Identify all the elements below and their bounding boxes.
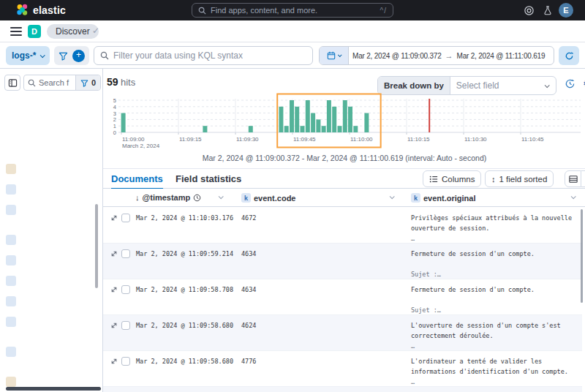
kql-search-input[interactable]: Filter your data using KQL syntax xyxy=(94,46,313,65)
histogram-bar[interactable] xyxy=(301,126,305,132)
chevron-down-icon[interactable] xyxy=(390,194,395,199)
histogram-bar[interactable] xyxy=(353,126,358,132)
breadcrumb[interactable]: Discover xyxy=(47,24,99,39)
collapse-sidebar-button[interactable] xyxy=(4,75,20,91)
x-axis-date-label: March 2, 2024 xyxy=(122,143,160,149)
histogram-bar[interactable] xyxy=(322,126,326,132)
histogram-bar[interactable] xyxy=(121,113,126,132)
field-list-item[interactable] xyxy=(6,347,20,357)
histogram-bar[interactable] xyxy=(311,113,315,132)
table-row[interactable]: Mar 2, 2024 @ 11:10:03.1764672Privilèges… xyxy=(103,208,582,244)
timestamp-column-header[interactable]: ↓ @timestamp xyxy=(135,193,201,202)
global-search-input[interactable]: Find apps, content, and more. ^/ xyxy=(192,3,393,18)
event-code-column-label: event.code xyxy=(254,194,295,203)
histogram-bar[interactable] xyxy=(290,100,294,132)
refresh-button[interactable] xyxy=(559,46,579,65)
histogram-bar[interactable] xyxy=(316,119,320,132)
row-checkbox[interactable] xyxy=(121,214,130,222)
expand-document-button[interactable] xyxy=(110,285,118,297)
histogram-bar[interactable] xyxy=(203,126,207,132)
event-code-column-header[interactable]: k event.code xyxy=(241,193,295,203)
elastic-logo[interactable]: elastic xyxy=(16,4,66,16)
elastic-logo-icon xyxy=(16,4,29,16)
field-list-item[interactable] xyxy=(6,276,20,286)
table-scrollbar[interactable] xyxy=(581,209,583,303)
user-avatar[interactable]: E xyxy=(559,3,573,18)
chevron-down-icon[interactable] xyxy=(219,194,224,199)
expand-document-button[interactable] xyxy=(110,249,118,261)
tab-field-statistics[interactable]: Field statistics xyxy=(176,173,241,184)
discover-page: elastic Find apps, content, and more. ^/… xyxy=(0,0,585,392)
table-row[interactable]: Mar 2, 2024 @ 11:09:58.7084634Fermeture … xyxy=(103,279,582,315)
add-filter-button[interactable]: + xyxy=(72,50,85,62)
field-search-input[interactable]: Search f 0 xyxy=(23,75,101,91)
event-original-column-header[interactable]: k event.original xyxy=(411,193,476,203)
histogram-bar[interactable] xyxy=(348,107,352,132)
y-axis-tick-label: 5 xyxy=(113,97,116,104)
row-checkbox[interactable] xyxy=(121,285,130,294)
flask-icon[interactable] xyxy=(541,4,554,17)
field-list xyxy=(0,137,102,392)
expand-document-button[interactable] xyxy=(110,357,118,369)
tab-documents[interactable]: Documents xyxy=(111,173,163,184)
expand-document-button[interactable] xyxy=(110,321,118,333)
histogram-bar[interactable] xyxy=(306,100,310,132)
table-row[interactable]: Mar 2, 2024 @ 11:09:59.2144634Fermeture … xyxy=(103,244,582,279)
data-view-selector[interactable]: logs-* xyxy=(6,46,50,65)
row-checkbox[interactable] xyxy=(121,249,130,258)
date-from[interactable]: Mar 2, 2024 @ 11:09:00.372 xyxy=(349,52,445,60)
field-list-item[interactable] xyxy=(6,205,20,215)
field-filter-toggle[interactable]: 0 xyxy=(75,75,100,90)
event-code-cell: 4672 xyxy=(241,213,256,223)
histogram-chart[interactable]: 11:09:00March 2, 202411:09:1511:09:3011:… xyxy=(107,93,584,151)
keyword-field-icon: k xyxy=(241,193,251,203)
sidebar-scrollbar[interactable] xyxy=(95,204,98,288)
menu-icon[interactable] xyxy=(10,27,22,36)
refresh-icon xyxy=(565,51,574,61)
field-type-icon xyxy=(6,164,16,174)
field-list-item[interactable] xyxy=(6,317,20,327)
field-list-item[interactable] xyxy=(6,377,20,387)
histogram-bar[interactable] xyxy=(343,100,347,132)
field-list-item[interactable] xyxy=(6,296,20,306)
list-icon xyxy=(429,175,438,184)
date-quick-select[interactable] xyxy=(320,47,349,64)
timestamp-cell: Mar 2, 2024 @ 11:09:58.680 xyxy=(136,356,233,366)
histogram-bar[interactable] xyxy=(338,126,342,132)
y-axis-tick-label: 2 xyxy=(113,116,116,123)
row-checkbox[interactable] xyxy=(121,357,130,366)
histogram-bar[interactable] xyxy=(332,107,336,132)
x-axis-tick-label: 11:09:00 xyxy=(122,136,145,143)
sort-desc-icon: ↓ xyxy=(135,193,140,202)
row-checkbox[interactable] xyxy=(121,321,130,330)
doc-rows: Mar 2, 2024 @ 11:10:03.1764672Privilèges… xyxy=(103,208,582,392)
chevron-down-icon[interactable] xyxy=(571,194,576,199)
help-icon[interactable] xyxy=(522,4,535,17)
table-row[interactable]: Mar 2, 2024 @ 11:09:58.6804624L'ouvertur… xyxy=(103,315,582,351)
columns-button[interactable]: Columns xyxy=(423,170,481,187)
discover-app-icon[interactable]: D xyxy=(28,25,41,38)
filter-icon[interactable] xyxy=(58,51,68,61)
kql-placeholder: Filter your data using KQL syntax xyxy=(113,50,243,61)
density-icon[interactable] xyxy=(565,170,581,187)
histogram-bar[interactable] xyxy=(327,100,331,132)
event-original-cell: Fermeture de session d'un compte.Sujet :… xyxy=(411,284,582,315)
chart-options-icon[interactable] xyxy=(565,78,575,89)
field-list-item[interactable] xyxy=(6,235,20,245)
field-list-item[interactable] xyxy=(6,164,20,174)
date-to[interactable]: Mar 2, 2024 @ 11:11:00.619 xyxy=(453,52,549,60)
histogram-bar[interactable] xyxy=(279,107,283,132)
table-row[interactable]: Mar 2, 2024 @ 11:09:58.6804776L'ordinate… xyxy=(103,351,582,387)
sort-fields-button[interactable]: ↕ 1 field sorted xyxy=(485,170,554,187)
histogram-bar[interactable] xyxy=(249,126,253,132)
field-list-item[interactable] xyxy=(6,184,20,195)
expand-document-button[interactable] xyxy=(110,214,118,225)
histogram-bar[interactable] xyxy=(284,126,289,132)
horizontal-scrollbar[interactable] xyxy=(6,387,101,391)
histogram-bar[interactable] xyxy=(364,113,369,132)
event-code-cell: 4624 xyxy=(241,320,256,331)
histogram-bar[interactable] xyxy=(295,107,299,132)
field-type-icon xyxy=(6,296,16,306)
row-height-icon[interactable] xyxy=(581,170,585,187)
field-list-item[interactable] xyxy=(6,255,20,265)
